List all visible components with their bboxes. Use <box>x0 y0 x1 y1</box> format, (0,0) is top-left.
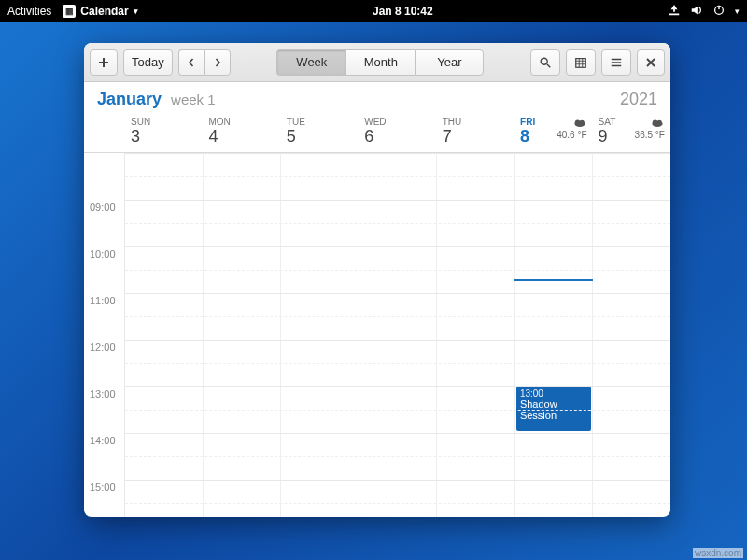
hour-label: 10:00 <box>84 246 125 293</box>
day-column[interactable] <box>125 153 204 517</box>
hour-label: 12:00 <box>84 340 125 386</box>
app-menu[interactable]: ▦ Calendar ▾ <box>63 5 137 18</box>
view-year-button[interactable]: Year <box>415 49 484 76</box>
weather-icon: 36.5 °F <box>635 117 665 140</box>
svg-point-7 <box>580 120 585 125</box>
svg-point-10 <box>657 120 662 125</box>
nav-buttons <box>178 49 231 76</box>
system-menu-chevron-icon[interactable]: ▾ <box>735 7 740 16</box>
menu-button[interactable] <box>601 49 631 76</box>
day-header: 40.6 °FFRI8 <box>514 113 592 152</box>
hour-label: 09:00 <box>84 200 125 246</box>
view-week-button[interactable]: Week <box>276 49 345 76</box>
svg-rect-0 <box>669 13 680 15</box>
hour-label: 14:00 <box>84 433 125 480</box>
day-column[interactable] <box>593 153 670 517</box>
view-month-button[interactable]: Month <box>345 49 415 76</box>
headerbar: Today Week Month Year <box>84 43 670 82</box>
activities-button[interactable]: Activities <box>7 5 51 18</box>
hour-label: 11:00 <box>84 293 125 340</box>
day-header: MON4 <box>203 113 280 152</box>
subheader: January week 1 2021 <box>84 82 670 113</box>
day-header: WED6 <box>359 113 436 152</box>
week-label: week 1 <box>171 91 216 107</box>
search-button[interactable] <box>530 49 560 76</box>
network-icon[interactable] <box>668 4 681 20</box>
hour-label: 13:00 <box>84 386 125 433</box>
svg-rect-4 <box>576 58 586 67</box>
next-button[interactable] <box>204 49 231 76</box>
panel-clock[interactable]: Jan 8 10:42 <box>138 5 668 18</box>
svg-point-9 <box>653 119 658 125</box>
calendar-app-icon: ▦ <box>63 5 76 18</box>
day-column[interactable] <box>204 153 282 517</box>
hour-label <box>84 153 125 200</box>
svg-point-3 <box>541 58 547 64</box>
weather-icon: 40.6 °F <box>557 117 586 140</box>
day-header: 36.5 °FSAT9 <box>593 113 670 152</box>
add-event-button[interactable] <box>90 49 118 76</box>
close-button[interactable] <box>637 49 665 76</box>
year-label: 2021 <box>620 90 657 109</box>
svg-point-6 <box>574 119 580 125</box>
now-indicator <box>514 279 592 281</box>
day-column[interactable] <box>281 153 359 517</box>
month-label: January <box>97 90 162 109</box>
view-switcher: Week Month Year <box>276 49 484 76</box>
hour-column: 09:0010:0011:0012:0013:0014:0015:00 <box>84 153 125 517</box>
calendars-button[interactable] <box>566 49 596 76</box>
day-header: TUE5 <box>281 113 359 152</box>
day-header: SUN3 <box>125 113 203 152</box>
hour-label: 15:00 <box>84 480 125 517</box>
day-column[interactable] <box>359 153 438 517</box>
calendar-event[interactable]: 13:00Shadow Session <box>516 386 592 431</box>
top-panel: Activities ▦ Calendar ▾ Jan 8 10:42 ▾ <box>0 0 747 22</box>
volume-icon[interactable] <box>690 4 703 20</box>
app-menu-label: Calendar <box>80 5 128 18</box>
day-column[interactable] <box>437 153 515 517</box>
calendar-window: Today Week Month Year January week 1 202… <box>84 43 670 517</box>
today-button[interactable]: Today <box>123 49 173 76</box>
day-headers: SUN3MON4TUE5WED6THU740.6 °FFRI836.5 °FSA… <box>84 113 670 153</box>
day-header: THU7 <box>437 113 514 152</box>
prev-button[interactable] <box>178 49 204 76</box>
watermark: wsxdn.com <box>693 548 743 558</box>
svg-rect-2 <box>718 5 719 8</box>
week-grid[interactable]: 09:0010:0011:0012:0013:0014:0015:00 13:0… <box>84 153 670 517</box>
power-icon[interactable] <box>712 4 726 20</box>
day-column[interactable]: 13:00Shadow Session <box>515 153 594 517</box>
